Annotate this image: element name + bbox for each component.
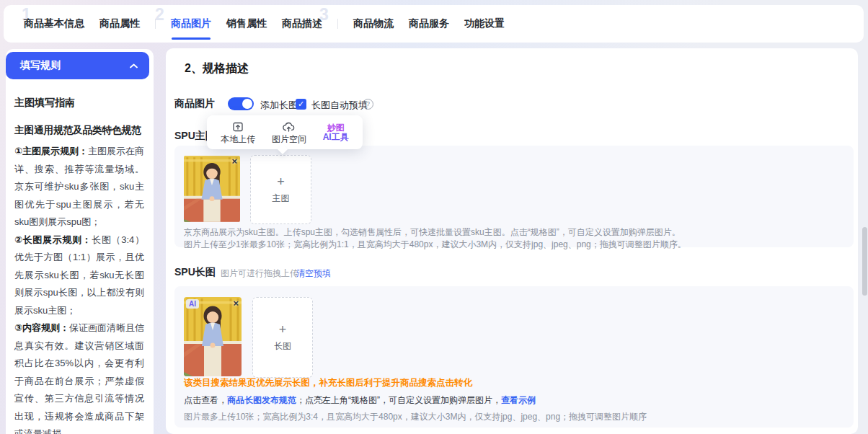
- ai-tool-item[interactable]: 妙图 AI工具: [323, 123, 349, 142]
- main-content: 2、规格描述 商品图片 添加长图 ✓ 长图自动预填 ? 本地上传 图片空间 妙图…: [166, 48, 858, 434]
- rule-text: 保证画面清晰且信息真实有效。建议营销区域面积占比在35%以内，会更有利于商品在前…: [14, 322, 144, 434]
- tab-basic-info[interactable]: 商品基本信息: [24, 17, 84, 30]
- local-upload-label: 本地上传: [221, 135, 255, 144]
- local-upload-icon: [232, 121, 244, 133]
- add-main-image-button[interactable]: + 主图: [250, 155, 311, 224]
- rule-text: 长图（3:4）优先于方图（1:1）展示，且优先展示sku长图，若sku无长图则展…: [14, 234, 144, 316]
- add-main-image-label: 主图: [273, 192, 290, 205]
- add-long-image-label: 长图: [274, 340, 291, 353]
- rule-text: 主图展示在商详、搜索、推荐等流量场域。京东可维护sku多张图，sku主图优先于s…: [14, 146, 144, 227]
- rule-paragraph: ③内容规则：保证画面清晰且信息真实有效。建议营销区域面积占比在35%以内，会更有…: [14, 319, 144, 434]
- auto-prefill-checkbox[interactable]: ✓: [296, 99, 306, 110]
- spu-long-label: SPU长图: [174, 266, 216, 279]
- rules-section-title: 主图通用规范及品类特色规范: [14, 124, 144, 137]
- image-space-label: 图片空间: [272, 135, 306, 144]
- cloud-upload-icon: [283, 121, 295, 133]
- tab-description[interactable]: 商品描述: [282, 17, 322, 30]
- plus-icon: +: [277, 175, 285, 188]
- tab-logistics[interactable]: 商品物流: [353, 17, 394, 30]
- ai-tool-label-top: 妙图: [327, 123, 345, 133]
- spu-main-panel: × + 主图 京东商品展示为sku主图。上传spu主图，勾选销售属性后，可快速批…: [174, 146, 854, 247]
- tab-sales-attributes[interactable]: 销售属性: [226, 17, 267, 30]
- tab-function-settings[interactable]: 功能设置: [464, 17, 505, 30]
- chevron-up-icon[interactable]: [130, 63, 138, 68]
- drag-upload-hint: 图片可进行拖拽上传: [221, 267, 298, 280]
- local-upload-item[interactable]: 本地上传: [221, 121, 255, 144]
- view-example-link[interactable]: 查看示例: [501, 395, 536, 405]
- tab-product-images[interactable]: 商品图片: [171, 17, 211, 30]
- upload-menu-popover: 本地上传 图片空间 妙图 AI工具: [207, 115, 363, 149]
- spu-main-image-thumb[interactable]: ×: [184, 155, 240, 223]
- product-photo: [184, 297, 242, 376]
- product-images-label: 商品图片: [174, 97, 215, 110]
- doc-mid: ；点亮左上角“规格图”，可自定义设置加购弹层图片，: [296, 395, 501, 405]
- add-long-image-toggle[interactable]: [228, 97, 254, 110]
- rule-paragraph: ①主图展示规则：主图展示在商详、搜索、推荐等流量场域。京东可维护sku多张图，s…: [14, 143, 144, 231]
- rule-label: ②长图展示规则：: [14, 234, 92, 245]
- tab-attributes[interactable]: 商品属性: [99, 17, 140, 30]
- help-question-icon[interactable]: ?: [363, 99, 373, 110]
- plus-icon: +: [279, 323, 287, 336]
- tab-services[interactable]: 商品服务: [409, 17, 449, 30]
- spu-long-tip: 图片最多上传10张；宽高比例为3:4，且宽高均大于480px，建议大小3M内，仅…: [184, 411, 647, 423]
- spu-main-tip-2: 图片上传至少1张最多10张；宽高比例为1:1，且宽高均大于480px，建议大小3…: [184, 239, 686, 251]
- doc-prefix: 点击查看，: [184, 395, 227, 405]
- remove-image-icon[interactable]: ×: [233, 298, 239, 309]
- rules-panel-title: 填写规则: [20, 59, 61, 72]
- add-long-image-button[interactable]: + 长图: [252, 297, 313, 378]
- vertical-scrollbar-thumb[interactable]: [862, 227, 867, 296]
- image-space-item[interactable]: 图片空间: [272, 121, 306, 144]
- long-image-spec-link[interactable]: 商品长图发布规范: [227, 395, 296, 405]
- spu-long-image-thumb[interactable]: AI ×: [184, 297, 242, 376]
- spu-long-panel: AI × + 长图 该类目搜索结果页优先展示长图，补充长图后利于提升商品搜索点击…: [174, 286, 854, 428]
- add-long-image-label: 添加长图: [260, 99, 298, 112]
- auto-prefill-label: 长图自动预填: [311, 99, 368, 112]
- spu-main-tip-1: 京东商品展示为sku主图。上传spu主图，勾选销售属性后，可快速批量设置sku主…: [184, 226, 681, 239]
- section-title: 2、规格描述: [185, 61, 249, 76]
- ai-generated-badge: AI: [186, 299, 199, 309]
- rules-panel-header[interactable]: 填写规则: [6, 52, 149, 79]
- rules-sidebar: 填写规则 主图填写指南 主图通用规范及品类特色规范 ①主图展示规则：主图展示在商…: [6, 49, 154, 434]
- long-image-warning: 该类目搜索结果页优先展示长图，补充长图后利于提升商品搜索点击转化: [184, 377, 472, 389]
- toggle-knob: [242, 99, 252, 109]
- guide-title: 主图填写指南: [14, 97, 144, 110]
- rule-paragraph: ②长图展示规则：长图（3:4）优先于方图（1:1）展示，且优先展示sku长图，若…: [14, 231, 144, 320]
- rule-label: ①主图展示规则：: [14, 146, 88, 156]
- rule-label: ③内容规则：: [14, 322, 69, 333]
- tab-divider: [155, 19, 156, 29]
- long-image-doc-line: 点击查看，商品长图发布规范；点亮左上角“规格图”，可自定义设置加购弹层图片，查看…: [184, 394, 536, 407]
- clear-prefill-link[interactable]: 清空预填: [296, 267, 331, 280]
- remove-image-icon[interactable]: ×: [231, 156, 237, 167]
- tab-divider: [337, 19, 338, 29]
- top-tab-bar: 1 2 3 商品基本信息 商品属性 商品图片 销售属性 商品描述 商品物流 商品…: [4, 5, 864, 43]
- ai-tool-label-bottom: AI工具: [323, 133, 349, 142]
